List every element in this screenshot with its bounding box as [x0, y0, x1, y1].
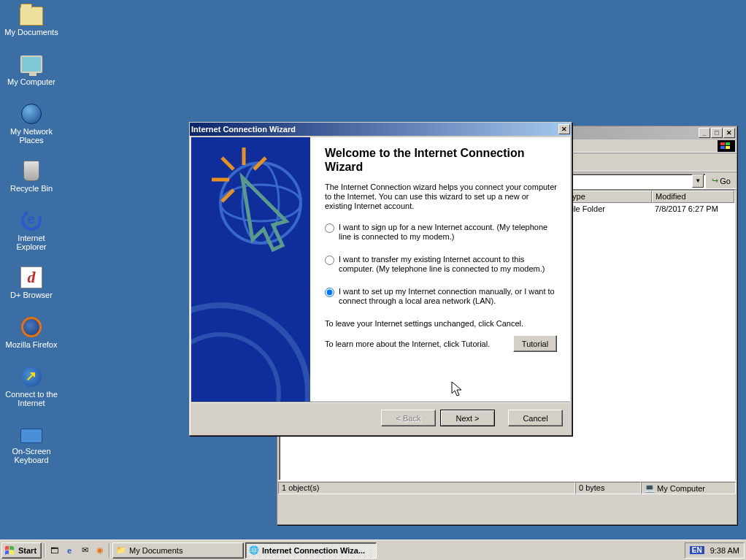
start-label: Start [18, 546, 36, 555]
cell-modified: 7/8/2017 6:27 PM [652, 204, 734, 215]
desktop-icon-network-places[interactable]: My Network Places [4, 102, 58, 145]
bin-icon [23, 161, 39, 181]
keyboard-icon [20, 429, 42, 443]
connect-icon [21, 367, 42, 387]
status-bar: 1 object(s) 0 bytes 💻My Computer [277, 480, 737, 495]
icon-label: D+ Browser [4, 291, 58, 299]
system-tray: EN 9:38 AM [685, 542, 745, 559]
folder-icon [20, 7, 43, 26]
desktop-icon-dplus[interactable]: d D+ Browser [4, 266, 58, 299]
windows-flag-icon [4, 545, 16, 556]
radio-transfer[interactable] [325, 256, 334, 265]
computer-icon: 💻 [645, 483, 655, 493]
column-modified[interactable]: Modified [652, 191, 734, 203]
close-button[interactable]: ✕ [558, 124, 570, 134]
desktop-icon-my-computer[interactable]: My Computer [4, 53, 58, 86]
cancel-button[interactable]: Cancel [508, 410, 563, 426]
tutorial-button[interactable]: Tutorial [513, 335, 557, 352]
wizard-icon: 🌐 [249, 545, 259, 555]
icon-label: My Computer [4, 77, 58, 86]
address-dropdown-button[interactable]: ▼ [692, 174, 704, 188]
icon-label: On-Screen Keyboard [4, 447, 58, 464]
radio-label: I want to set up my Internet connection … [339, 287, 557, 306]
taskbar-item-label: My Documents [129, 546, 182, 555]
go-label: Go [720, 177, 731, 185]
windows-logo-icon [718, 140, 735, 152]
icon-label: Recycle Bin [4, 184, 58, 193]
language-indicator[interactable]: EN [690, 546, 704, 554]
d-icon: d [20, 266, 42, 288]
desktop-icon-my-documents[interactable]: My Documents [4, 3, 58, 37]
show-desktop-icon: 🗔 [50, 546, 58, 555]
wizard-titlebar[interactable]: Internet Connection Wizard ✕ [190, 123, 572, 136]
quick-launch: 🗔 e ✉ ◉ [44, 543, 110, 558]
quick-launch-oe[interactable]: ✉ [77, 543, 92, 558]
wizard-tutorial-note: To learn more about the Internet, click … [325, 340, 490, 348]
start-button[interactable]: Start [1, 542, 42, 559]
desktop-icon-ie[interactable]: Internet Explorer [4, 209, 58, 251]
icon-label: Connect to the Internet [4, 390, 58, 407]
icon-label: My Network Places [4, 127, 58, 145]
icon-label: Internet Explorer [4, 234, 58, 251]
firefox-icon [21, 317, 42, 337]
column-type[interactable]: Type [564, 191, 652, 203]
cell-type: File Folder [564, 204, 652, 215]
go-arrow-icon: ↪ [712, 176, 718, 185]
computer-icon [20, 55, 42, 73]
quick-launch-desktop[interactable]: 🗔 [47, 543, 61, 558]
status-bytes: 0 bytes [575, 482, 641, 494]
radio-signup-new[interactable] [325, 223, 334, 233]
internet-connection-wizard-dialog[interactable]: Internet Connection Wizard ✕ [189, 122, 572, 436]
back-button[interactable]: < Back [381, 410, 436, 426]
icon-label: My Documents [4, 28, 58, 37]
next-button[interactable]: Next > [440, 410, 495, 426]
desktop-icon-firefox[interactable]: Mozilla Firefox [4, 315, 58, 349]
quick-launch-firefox[interactable]: ◉ [93, 543, 107, 558]
mail-icon: ✉ [82, 545, 88, 555]
ie-icon: e [67, 546, 72, 555]
desktop-icon-recycle-bin[interactable]: Recycle Bin [4, 159, 58, 193]
taskbar-item-wizard[interactable]: 🌐 Internet Connection Wiza... [245, 542, 377, 559]
option-manual-lan[interactable]: I want to set up my Internet connection … [325, 287, 557, 306]
wizard-intro-text: The Internet Connection wizard helps you… [325, 183, 557, 211]
taskbar-item-my-documents[interactable]: 📁 My Documents [112, 542, 244, 559]
option-transfer[interactable]: I want to transfer my existing Internet … [325, 255, 557, 274]
firefox-icon: ◉ [96, 545, 104, 555]
icon-label: Mozilla Firefox [4, 340, 58, 349]
status-objects: 1 object(s) [278, 482, 575, 494]
maximize-button[interactable]: □ [711, 128, 723, 138]
option-signup-new[interactable]: I want to sign up for a new Internet acc… [325, 223, 557, 242]
wizard-button-row: < Back Next > Cancel [191, 402, 570, 434]
folder-icon: 📁 [116, 545, 126, 555]
quick-launch-ie[interactable]: e [62, 543, 77, 558]
taskbar: Start 🗔 e ✉ ◉ 📁 My Documents 🌐 Internet … [0, 540, 746, 560]
desktop-icon-connect[interactable]: Connect to the Internet [4, 365, 58, 407]
minimize-button[interactable]: _ [699, 128, 710, 138]
desktop-icon-osk[interactable]: On-Screen Keyboard [4, 422, 58, 464]
go-button[interactable]: ↪Go [709, 175, 734, 186]
wizard-heading: Welcome to the Internet Connection Wizar… [325, 146, 557, 174]
clock: 9:38 AM [710, 546, 739, 555]
wizard-content: Welcome to the Internet Connection Wizar… [310, 137, 570, 402]
ie-icon [18, 207, 45, 234]
radio-label: I want to sign up for a new Internet acc… [339, 223, 557, 242]
radio-label: I want to transfer my existing Internet … [339, 255, 557, 274]
close-button[interactable]: ✕ [723, 128, 735, 138]
wizard-sidebar-image [191, 137, 310, 402]
wizard-body: Welcome to the Internet Connection Wizar… [191, 137, 570, 402]
wizard-cancel-note: To leave your Internet settings unchange… [325, 319, 557, 328]
radio-manual-lan[interactable] [325, 288, 334, 297]
status-location: 💻My Computer [641, 482, 736, 494]
wizard-title: Internet Connection Wizard [191, 125, 558, 134]
taskbar-item-label: Internet Connection Wiza... [262, 546, 365, 555]
network-icon [21, 104, 42, 124]
